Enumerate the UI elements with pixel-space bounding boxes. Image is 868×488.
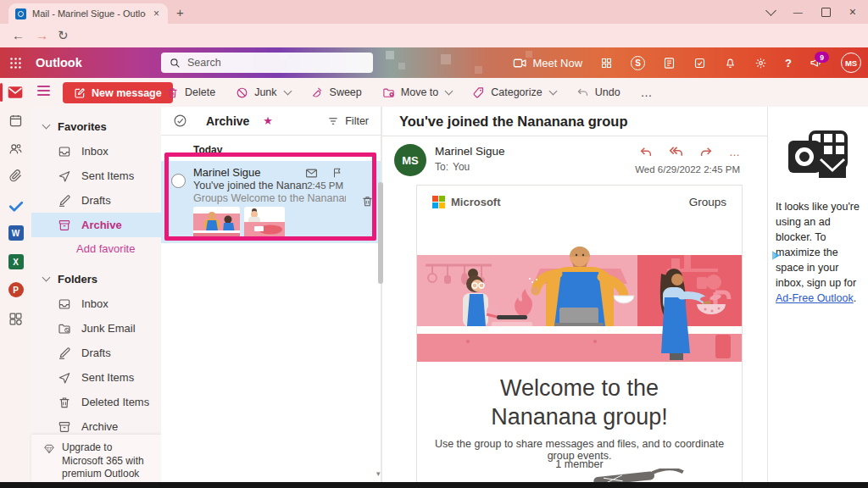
filter-button[interactable]: Filter (327, 115, 369, 127)
search-bar[interactable]: Search (161, 53, 373, 73)
sidebar-item-deleted-items[interactable]: Deleted Items (31, 390, 161, 414)
more-actions-button[interactable]: … (641, 86, 654, 99)
sidebar-item-archive-favorite[interactable]: Archive (31, 213, 161, 237)
add-favorite-button[interactable]: Add favorite (31, 237, 161, 260)
sidebar-item-inbox-favorite[interactable]: Inbox (31, 139, 161, 164)
people-icon[interactable] (0, 141, 31, 156)
sidebar-item-drafts-favorite[interactable]: Drafts (31, 188, 161, 213)
reading-pane-scrollbar[interactable]: ▾ (378, 110, 384, 480)
attachment-thumbnail-1[interactable] (193, 207, 240, 239)
junk-button[interactable]: Junk (236, 86, 290, 99)
new-tab-button[interactable]: + (176, 5, 184, 19)
app-name[interactable]: Outlook (36, 47, 82, 78)
header-actions: Meet Now S ? 9 MS (513, 47, 861, 78)
outlook-browser-window: Mail - Marinel Sigue - Outlook × + — × ←… (0, 0, 868, 488)
window-close-button[interactable]: × (849, 5, 856, 19)
window-controls: — × (767, 5, 856, 19)
todo-check-icon[interactable] (0, 198, 31, 214)
help-icon[interactable]: ? (785, 57, 792, 69)
adchoices-icon[interactable] (771, 249, 782, 264)
favorite-star-icon[interactable]: ★ (263, 114, 273, 127)
message-time: 2:45 PM (307, 180, 343, 191)
browser-toolbar: ← → ↻ outlook.live.com/mail/0/archive/id… (0, 24, 868, 47)
email-sender-row: MS Marinel Sigue To: You … Wed 6/29/2022… (382, 136, 767, 182)
message-select-radio[interactable] (171, 174, 186, 188)
upgrade-banner[interactable]: Upgrade to Microsoft 365 with premium Ou… (31, 435, 161, 482)
filter-icon (327, 115, 339, 127)
reply-all-icon[interactable] (669, 145, 683, 159)
new-message-button[interactable]: New message (63, 82, 173, 103)
delete-message-icon[interactable] (361, 195, 374, 208)
sidebar-item-inbox[interactable]: Inbox (31, 291, 161, 316)
more-apps-icon[interactable] (0, 312, 31, 326)
to-label: To: (435, 161, 448, 173)
product-name: Groups (689, 196, 726, 208)
undo-button[interactable]: Undo (576, 86, 620, 99)
forward-button[interactable]: → (36, 28, 48, 42)
skype-icon[interactable]: S (631, 56, 645, 70)
chevron-down-icon (548, 87, 557, 96)
message-more-button[interactable]: … (729, 146, 740, 158)
attachments-paperclip-icon[interactable] (0, 169, 31, 183)
sweep-button[interactable]: Sweep (311, 86, 362, 99)
email-heading: Welcome to the Nananana group! (417, 374, 742, 431)
search-placeholder: Search (187, 57, 221, 69)
excel-icon[interactable]: X (0, 254, 31, 269)
sidebar-item-drafts[interactable]: Drafts (31, 341, 161, 365)
meet-now-button[interactable]: Meet Now (513, 56, 583, 70)
tiles-grid-icon[interactable] (600, 57, 613, 69)
diamond-icon (43, 443, 55, 482)
ad-free-outlook-link[interactable]: Ad-Free Outlook (776, 292, 854, 304)
settings-gear-icon[interactable] (754, 57, 767, 69)
reply-icon[interactable] (639, 146, 653, 159)
delete-button[interactable]: Delete (166, 86, 215, 99)
forward-icon[interactable] (699, 146, 713, 159)
active-rail-indicator (0, 83, 3, 102)
message-preview: Groups Welcome to the Nananana gro... (193, 192, 346, 204)
browser-tab[interactable]: Mail - Marinel Sigue - Outlook × (8, 3, 168, 24)
calendar-icon[interactable] (0, 114, 31, 128)
browser-tab-bar: Mail - Marinel Sigue - Outlook × + — × (0, 0, 868, 24)
tab-title: Mail - Marinel Sigue - Outlook (32, 8, 146, 19)
account-avatar[interactable]: MS (841, 53, 861, 73)
flag-icon[interactable] (331, 167, 343, 180)
compose-icon (74, 87, 86, 99)
outlook-adblock-icon (787, 130, 849, 186)
app-launcher-waffle-icon[interactable] (0, 47, 31, 78)
mark-read-envelope-icon[interactable] (305, 167, 318, 180)
collapse-sidebar-icon[interactable] (37, 86, 50, 96)
notebook-icon[interactable] (663, 57, 676, 69)
search-icon (170, 58, 181, 69)
powerpoint-icon[interactable]: P (0, 282, 31, 297)
message-list-item[interactable]: Marinel Sigue You've joined the Nananana… (161, 161, 381, 243)
window-minimize-button[interactable]: — (793, 7, 803, 17)
email-subject: You've joined the Nananana group (382, 107, 767, 136)
refresh-button[interactable]: ↻ (58, 28, 69, 43)
categorize-button[interactable]: Categorize (472, 86, 555, 99)
sidebar-item-sent-favorite[interactable]: Sent Items (31, 164, 161, 188)
email-date: Wed 6/29/2022 2:45 PM (635, 164, 740, 175)
notifications-bell-icon[interactable] (724, 57, 737, 69)
to-recipient: You (453, 161, 470, 173)
sidebar-item-sent-items[interactable]: Sent Items (31, 365, 161, 390)
chevron-down-icon (42, 274, 51, 282)
sidebar-item-junk-email[interactable]: Junk Email (31, 316, 161, 341)
move-to-button[interactable]: Move to (382, 86, 452, 99)
folders-section-header[interactable]: Folders (31, 266, 161, 291)
window-chevron-icon[interactable] (765, 5, 776, 16)
email-body-card: Microsoft Groups (416, 185, 743, 483)
sender-avatar[interactable]: MS (394, 144, 426, 176)
attachment-thumbnail-2[interactable] (244, 207, 285, 239)
word-icon[interactable]: W (0, 225, 31, 241)
scrollbar-thumb[interactable] (378, 182, 383, 284)
back-button[interactable]: ← (12, 28, 25, 42)
sender-name[interactable]: Marinel Sigue (435, 145, 505, 158)
whats-new-megaphone-icon[interactable]: 9 (810, 56, 823, 69)
select-all-icon[interactable] (173, 114, 187, 128)
scrollbar-down-arrow[interactable]: ▾ (376, 469, 381, 478)
tab-close-icon[interactable]: × (152, 8, 161, 19)
todo-icon[interactable] (693, 57, 706, 69)
mail-module-icon[interactable] (7, 84, 24, 101)
favorites-section-header[interactable]: Favorites (31, 114, 161, 139)
window-maximize-button[interactable] (821, 8, 831, 17)
